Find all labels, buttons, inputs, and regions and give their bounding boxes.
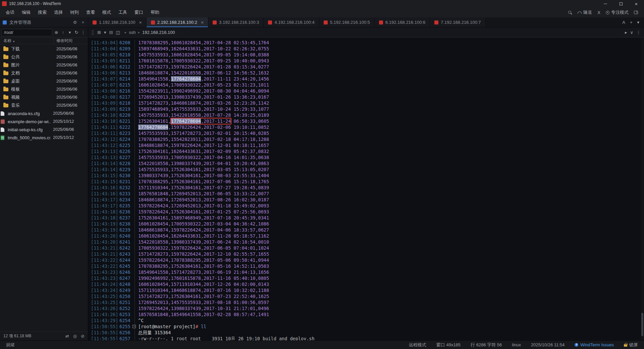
file-row[interactable]: 公共2025/06/06: [0, 53, 88, 61]
gutter-border: [131, 160, 135, 166]
sidebar-status: 12 项 61.18 MB ⇄◎⊘: [0, 332, 88, 340]
terminal-line: [11:43:16]623318576581848,17269452013,20…: [88, 191, 644, 197]
column-header-modified[interactable]: 修改时间: [54, 38, 72, 44]
tunnel-button[interactable]: 隧道: [578, 9, 592, 15]
terminal-lines: [11:43:04]620817078388295,16061028454,20…: [88, 40, 644, 340]
session-tab[interactable]: 3.192.168.216.100:3: [208, 17, 264, 27]
file-row[interactable]: tmdb_5000_movies.csv2025/10/12: [0, 134, 88, 142]
menu-item[interactable]: 搜索: [34, 8, 50, 17]
refresh-button[interactable]: ↻: [73, 30, 80, 35]
file-row[interactable]: 图片2025/06/06: [0, 61, 88, 69]
terminal-line: [11:43:20]624016061028454,16264433631,20…: [88, 233, 644, 239]
file-row[interactable]: example-demo-jar-wi...2025/10/12: [0, 117, 88, 126]
gear-icon[interactable]: ⚙: [72, 20, 78, 25]
line-text: 15714728273,18468618874,2017-03-26 12:23…: [135, 100, 269, 106]
send-button[interactable]: ▸: [625, 30, 627, 35]
file-row[interactable]: initial-setup-ks.cfg2025/06/06: [0, 126, 88, 134]
session-tab[interactable]: 5.192.168.216.100:5: [319, 17, 375, 27]
session-tab[interactable]: 2.192.168.216.100:2×: [147, 17, 208, 27]
gutter-border: [131, 257, 135, 263]
file-row[interactable]: 模板2025/06/06: [0, 85, 88, 93]
gutter-border: [131, 76, 135, 82]
file-row[interactable]: 文档2025/06/06: [0, 69, 88, 77]
line-number: 6220: [119, 112, 131, 118]
line-text: 16061028454,17005930322,2017-03-04 04:36…: [135, 221, 269, 227]
maximize-button[interactable]: [613, 0, 629, 7]
more-button[interactable]: ⋮: [80, 30, 87, 35]
column-header-name[interactable]: 名称 ▴: [0, 38, 54, 44]
drag-handle-icon[interactable]: [92, 30, 94, 35]
menu-item[interactable]: 模式: [99, 8, 115, 17]
new-session-button[interactable]: ⊞: [97, 30, 101, 35]
menu-item[interactable]: 帮助: [147, 8, 163, 17]
path-input[interactable]: /root/: [1, 29, 52, 36]
terminal-line: [11:43:07]621516061028454,17005930322,20…: [88, 82, 644, 88]
file-row[interactable]: 音乐2025/06/06: [0, 101, 88, 109]
line-timestamp: [11:43:14]: [91, 160, 118, 166]
more-button[interactable]: ⋮: [636, 30, 641, 35]
menu-item[interactable]: 编辑: [18, 8, 34, 17]
vertical-scrollbar[interactable]: [641, 38, 644, 340]
new-tab-button[interactable]: +: [630, 20, 633, 25]
gutter-border: [131, 275, 135, 281]
close-icon[interactable]: ×: [201, 20, 204, 25]
file-row[interactable]: 下载2025/06/06: [0, 45, 88, 53]
session-tab[interactable]: 1.192.168.216.100×: [88, 17, 147, 27]
clear-button[interactable]: ⊗: [53, 30, 60, 35]
line-text: 18549641558,17764278604,2017-11-11 23:44…: [135, 76, 269, 82]
file-row[interactable]: 视频2025/06/06: [0, 93, 88, 101]
gutter-border: [131, 305, 135, 311]
font-size-button[interactable]: A: [622, 20, 625, 25]
line-timestamp: [11:43:21]: [91, 251, 118, 257]
window-size[interactable]: 窗口 49x185: [436, 342, 461, 348]
cursor-position[interactable]: 行 6286 字符 56: [471, 342, 502, 348]
minimize-button[interactable]: [598, 0, 613, 7]
x-server-button[interactable]: X: [597, 10, 600, 15]
menu-items: 会话编辑搜索选择转到查看模式工具窗口帮助: [2, 8, 163, 17]
menu-item[interactable]: 选择: [50, 8, 66, 17]
focus-mode-button[interactable]: 专注模式: [606, 9, 629, 15]
history-button[interactable]: ▾: [66, 30, 73, 35]
up-button[interactable]: ↑: [60, 30, 66, 35]
expand-button[interactable]: ∨: [630, 30, 633, 35]
search-button[interactable]: [568, 10, 572, 15]
locate-button[interactable]: ◎: [73, 334, 77, 339]
line-timestamp: [11:43:16]: [91, 191, 118, 197]
lock-screen[interactable]: 锁屏: [624, 342, 638, 348]
session-tab[interactable]: 4.192.168.216.100:4: [264, 17, 319, 27]
menu-item[interactable]: 查看: [83, 8, 99, 17]
gutter-border: [131, 317, 135, 323]
line-timestamp: [11:43:17]: [91, 203, 118, 209]
close-icon[interactable]: ×: [139, 20, 142, 25]
menu-item[interactable]: 工具: [115, 8, 131, 17]
menu-item[interactable]: 转到: [66, 8, 83, 17]
session-tab[interactable]: 7.192.168.216.100:7: [430, 17, 485, 27]
duplicate-button[interactable]: ⊟: [109, 30, 113, 35]
file-row[interactable]: anaconda-ks.cfg2025/06/06: [0, 109, 88, 117]
gutter-border: [131, 299, 135, 305]
os-type[interactable]: linux: [512, 342, 521, 347]
tab-overflow-button[interactable]: ▾: [637, 20, 639, 25]
session-tab[interactable]: 6.192.168.216.100:6: [375, 17, 430, 27]
breadcrumb-host[interactable]: 192.168.216.100: [142, 30, 175, 35]
datetime[interactable]: 2025/10/26 11:54: [531, 342, 565, 347]
close-button[interactable]: ×: [629, 0, 644, 7]
close-icon[interactable]: ×: [80, 20, 85, 25]
scrollbar-thumb[interactable]: [641, 313, 643, 336]
terminal-output[interactable]: [11:43:04]620817078388295,16061028454,20…: [88, 38, 644, 340]
terminal-line: [11:43:08]621615542823911,19902496992,20…: [88, 88, 644, 94]
dropdown-icon[interactable]: ▾: [104, 30, 106, 35]
panel-toggle-button[interactable]: [634, 11, 638, 14]
sync-button[interactable]: ⇄: [65, 334, 69, 339]
tab-file-manager[interactable]: 文件管理器 ⚙ ×: [0, 17, 88, 27]
breadcrumb-protocol[interactable]: ssh: [129, 30, 136, 35]
file-row[interactable]: 桌面2025/06/06: [0, 77, 88, 85]
menu-item[interactable]: 窗口: [131, 8, 147, 17]
windterm-issues[interactable]: WindTerm Issues: [575, 342, 614, 347]
split-button[interactable]: ◫: [116, 30, 120, 35]
terminal-line: [11:43:11]622217764278604,15978226424,20…: [88, 124, 644, 130]
menu-item[interactable]: 会话: [2, 8, 18, 17]
lock-button[interactable]: ⊘: [81, 334, 85, 339]
terminal-line: [11:43:04]620817078388295,16061028454,20…: [88, 40, 644, 46]
remote-mode[interactable]: 远程模式: [409, 342, 426, 348]
